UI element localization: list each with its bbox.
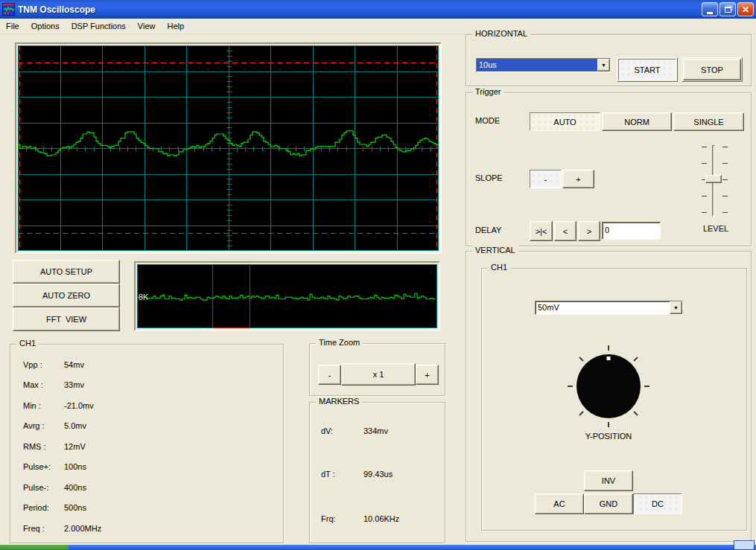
meas-label-max: Max :: [23, 380, 43, 389]
menu-options[interactable]: Options: [25, 19, 66, 33]
time-zoom-label: Time Zoom: [316, 338, 363, 347]
mode-norm-button[interactable]: NORM: [602, 112, 672, 131]
delay-left-button[interactable]: <: [554, 221, 576, 241]
horizontal-group: HORIZONTAL 10us ▼ START STOP: [466, 34, 752, 86]
marker-value-dv: 334mv: [363, 426, 388, 435]
menu-bar: File Options DSP Functions View Help: [0, 19, 756, 34]
preview-waveform: [137, 264, 437, 328]
menu-file[interactable]: File: [0, 19, 25, 33]
y-position-label: Y-POSITION: [556, 432, 661, 441]
menu-view[interactable]: View: [132, 19, 162, 33]
slope-plus-button[interactable]: +: [562, 170, 594, 188]
time-zoom-group: Time Zoom - x 1 +: [309, 343, 445, 396]
close-icon: ✕: [742, 5, 749, 14]
trigger-group-label: Trigger: [472, 87, 504, 96]
delay-label: DELAY: [475, 226, 501, 234]
delay-right-button[interactable]: >: [578, 221, 600, 241]
meas-value-rms: 12mV: [64, 442, 86, 451]
meas-label-rms: RMS :: [23, 442, 46, 451]
knob-indicator-dot: [607, 356, 611, 360]
meas-label-freq: Freq :: [23, 524, 45, 533]
level-slider-thumb[interactable]: [705, 175, 722, 183]
meas-label-avrg: Avrg :: [23, 421, 45, 430]
buffer-size-label: 8K: [139, 292, 148, 301]
timebase-selected-value: 10us: [477, 59, 597, 71]
scope-waveform: [18, 45, 439, 251]
time-zoom-minus-button[interactable]: -: [318, 365, 341, 385]
delay-reset-button[interactable]: >|<: [530, 221, 553, 241]
stop-button[interactable]: STOP: [683, 59, 741, 80]
meas-value-min: -21.0mv: [64, 401, 94, 410]
preview-zoom-window[interactable]: [212, 264, 250, 328]
time-zoom-plus-button[interactable]: +: [416, 365, 439, 385]
restore-icon: [725, 7, 731, 13]
marker-label-frq: Frq:: [321, 514, 336, 523]
delay-value-field[interactable]: 0: [602, 222, 661, 240]
meas-label-pulsep: Pulse+:: [23, 462, 51, 471]
vertical-group-label: VERTICAL: [472, 246, 518, 255]
time-zoom-value: x 1: [341, 363, 416, 386]
measurements-group: CH1 Vpp :54mv Max :33mv Min :-21.0mv Avr…: [10, 344, 284, 543]
minimize-icon: [707, 12, 713, 14]
app-icon: [2, 3, 15, 16]
marker-label-dt: dT :: [321, 470, 335, 479]
preview-screen[interactable]: 8K: [137, 264, 437, 328]
timebase-combobox[interactable]: 10us ▼: [476, 58, 611, 72]
coupling-gnd-button[interactable]: GND: [584, 493, 633, 514]
meas-label-min: Min :: [23, 401, 41, 410]
start-button[interactable]: START: [618, 59, 676, 80]
minimize-button[interactable]: [702, 2, 718, 16]
scope-display-panel: [15, 42, 442, 254]
knob-body: [576, 354, 641, 418]
meas-value-pulsen: 400ns: [64, 483, 86, 492]
dropdown-arrow-icon[interactable]: ▼: [597, 59, 610, 71]
meas-label-period: Period:: [23, 503, 49, 512]
volts-per-div-value: 50mV: [536, 301, 670, 314]
mode-single-button[interactable]: SINGLE: [673, 112, 744, 131]
trigger-group: Trigger MODE AUTO NORM SINGLE SLOPE - + …: [466, 92, 752, 246]
channel1-group-label: CH1: [488, 263, 510, 272]
dropdown-arrow-icon[interactable]: ▼: [670, 301, 682, 314]
menu-help[interactable]: Help: [161, 19, 190, 33]
taskbar-tray-item[interactable]: [734, 540, 755, 550]
level-ticks-right: [722, 147, 728, 215]
markers-group-label: MARKERS: [316, 397, 362, 406]
restore-button[interactable]: [720, 2, 736, 16]
start-button-sliver[interactable]: [0, 545, 69, 550]
meas-value-period: 500ns: [64, 503, 86, 512]
close-button[interactable]: ✕: [737, 2, 754, 16]
meas-label-vpp: Vpp :: [23, 360, 42, 369]
meas-value-pulsep: 100ns: [64, 462, 86, 471]
meas-label-pulsen: Pulse-:: [23, 483, 48, 492]
coupling-dc-button[interactable]: DC: [633, 493, 682, 514]
window-title: TNM Oscilloscope: [18, 4, 95, 15]
meas-value-freq: 2.000MHz: [64, 524, 101, 533]
y-position-knob[interactable]: [564, 342, 653, 431]
scope-screen[interactable]: [18, 45, 439, 251]
slope-minus-button[interactable]: -: [530, 170, 562, 188]
fft-view-button[interactable]: FFT VIEW: [13, 307, 120, 331]
taskbar-strip[interactable]: [0, 545, 756, 550]
coupling-ac-button[interactable]: AC: [535, 493, 584, 514]
preview-panel: 8K: [134, 261, 440, 331]
stop-button-frame: STOP: [682, 57, 743, 82]
marker-label-dv: dV:: [321, 426, 333, 435]
mode-auto-button[interactable]: AUTO: [530, 112, 600, 131]
auto-setup-button[interactable]: AUTO SETUP: [13, 260, 120, 284]
marker-value-dt: 99.43us: [363, 470, 393, 479]
slope-label: SLOPE: [475, 173, 503, 182]
level-label: LEVEL: [697, 224, 734, 233]
vertical-group: VERTICAL CH1 50mV ▼ Y-POSITION INV AC GN…: [466, 251, 752, 542]
start-button-frame: START: [617, 57, 678, 82]
mode-label: MODE: [475, 116, 500, 125]
auto-zero-button[interactable]: AUTO ZERO: [13, 284, 120, 307]
title-bar[interactable]: TNM Oscilloscope ✕: [0, 0, 756, 19]
volts-per-div-combobox[interactable]: 50mV ▼: [535, 301, 683, 315]
invert-button[interactable]: INV: [584, 470, 633, 491]
horizontal-group-label: HORIZONTAL: [472, 29, 530, 38]
meas-value-max: 33mv: [64, 380, 84, 389]
channel1-group: CH1 50mV ▼ Y-POSITION INV AC GND DC: [481, 268, 747, 531]
marker-value-frq: 10.06KHz: [363, 514, 399, 523]
measurements-group-label: CH1: [16, 339, 39, 348]
menu-dsp-functions[interactable]: DSP Functions: [66, 19, 132, 33]
